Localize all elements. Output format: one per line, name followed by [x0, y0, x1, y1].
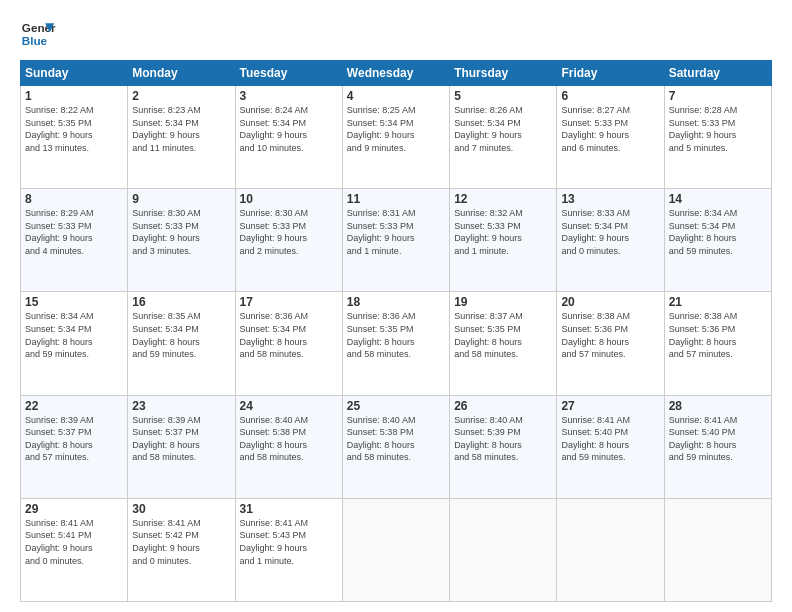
- day-number: 28: [669, 399, 767, 413]
- calendar-cell: 25Sunrise: 8:40 AM Sunset: 5:38 PM Dayli…: [342, 395, 449, 498]
- weekday-header-saturday: Saturday: [664, 61, 771, 86]
- calendar-cell: 29Sunrise: 8:41 AM Sunset: 5:41 PM Dayli…: [21, 498, 128, 601]
- calendar-cell: 18Sunrise: 8:36 AM Sunset: 5:35 PM Dayli…: [342, 292, 449, 395]
- day-info: Sunrise: 8:38 AM Sunset: 5:36 PM Dayligh…: [669, 310, 767, 360]
- day-info: Sunrise: 8:39 AM Sunset: 5:37 PM Dayligh…: [25, 414, 123, 464]
- day-number: 18: [347, 295, 445, 309]
- calendar-cell: 23Sunrise: 8:39 AM Sunset: 5:37 PM Dayli…: [128, 395, 235, 498]
- day-number: 21: [669, 295, 767, 309]
- day-info: Sunrise: 8:31 AM Sunset: 5:33 PM Dayligh…: [347, 207, 445, 257]
- svg-text:Blue: Blue: [22, 34, 48, 47]
- day-number: 9: [132, 192, 230, 206]
- day-number: 17: [240, 295, 338, 309]
- day-number: 10: [240, 192, 338, 206]
- calendar-cell: 1Sunrise: 8:22 AM Sunset: 5:35 PM Daylig…: [21, 86, 128, 189]
- calendar-week-1: 1Sunrise: 8:22 AM Sunset: 5:35 PM Daylig…: [21, 86, 772, 189]
- day-info: Sunrise: 8:34 AM Sunset: 5:34 PM Dayligh…: [25, 310, 123, 360]
- day-number: 30: [132, 502, 230, 516]
- logo-icon: General Blue: [20, 16, 56, 52]
- calendar-week-2: 8Sunrise: 8:29 AM Sunset: 5:33 PM Daylig…: [21, 189, 772, 292]
- day-info: Sunrise: 8:41 AM Sunset: 5:40 PM Dayligh…: [669, 414, 767, 464]
- weekday-header-sunday: Sunday: [21, 61, 128, 86]
- day-info: Sunrise: 8:40 AM Sunset: 5:38 PM Dayligh…: [240, 414, 338, 464]
- day-number: 16: [132, 295, 230, 309]
- day-info: Sunrise: 8:34 AM Sunset: 5:34 PM Dayligh…: [669, 207, 767, 257]
- logo: General Blue: [20, 16, 56, 52]
- day-info: Sunrise: 8:29 AM Sunset: 5:33 PM Dayligh…: [25, 207, 123, 257]
- calendar-week-5: 29Sunrise: 8:41 AM Sunset: 5:41 PM Dayli…: [21, 498, 772, 601]
- day-number: 8: [25, 192, 123, 206]
- calendar-week-3: 15Sunrise: 8:34 AM Sunset: 5:34 PM Dayli…: [21, 292, 772, 395]
- day-info: Sunrise: 8:36 AM Sunset: 5:35 PM Dayligh…: [347, 310, 445, 360]
- day-number: 29: [25, 502, 123, 516]
- day-number: 3: [240, 89, 338, 103]
- day-info: Sunrise: 8:25 AM Sunset: 5:34 PM Dayligh…: [347, 104, 445, 154]
- day-number: 27: [561, 399, 659, 413]
- calendar-cell: 2Sunrise: 8:23 AM Sunset: 5:34 PM Daylig…: [128, 86, 235, 189]
- day-number: 5: [454, 89, 552, 103]
- day-number: 23: [132, 399, 230, 413]
- day-number: 15: [25, 295, 123, 309]
- calendar-cell: 20Sunrise: 8:38 AM Sunset: 5:36 PM Dayli…: [557, 292, 664, 395]
- calendar-cell: 11Sunrise: 8:31 AM Sunset: 5:33 PM Dayli…: [342, 189, 449, 292]
- calendar-cell: 21Sunrise: 8:38 AM Sunset: 5:36 PM Dayli…: [664, 292, 771, 395]
- day-number: 31: [240, 502, 338, 516]
- day-info: Sunrise: 8:23 AM Sunset: 5:34 PM Dayligh…: [132, 104, 230, 154]
- day-info: Sunrise: 8:28 AM Sunset: 5:33 PM Dayligh…: [669, 104, 767, 154]
- day-info: Sunrise: 8:41 AM Sunset: 5:40 PM Dayligh…: [561, 414, 659, 464]
- calendar-cell: 7Sunrise: 8:28 AM Sunset: 5:33 PM Daylig…: [664, 86, 771, 189]
- calendar-body: 1Sunrise: 8:22 AM Sunset: 5:35 PM Daylig…: [21, 86, 772, 602]
- day-number: 24: [240, 399, 338, 413]
- day-info: Sunrise: 8:24 AM Sunset: 5:34 PM Dayligh…: [240, 104, 338, 154]
- calendar-cell: 17Sunrise: 8:36 AM Sunset: 5:34 PM Dayli…: [235, 292, 342, 395]
- day-number: 2: [132, 89, 230, 103]
- calendar-cell: 24Sunrise: 8:40 AM Sunset: 5:38 PM Dayli…: [235, 395, 342, 498]
- day-info: Sunrise: 8:35 AM Sunset: 5:34 PM Dayligh…: [132, 310, 230, 360]
- day-number: 1: [25, 89, 123, 103]
- day-info: Sunrise: 8:33 AM Sunset: 5:34 PM Dayligh…: [561, 207, 659, 257]
- day-info: Sunrise: 8:40 AM Sunset: 5:39 PM Dayligh…: [454, 414, 552, 464]
- calendar-cell: 3Sunrise: 8:24 AM Sunset: 5:34 PM Daylig…: [235, 86, 342, 189]
- day-info: Sunrise: 8:27 AM Sunset: 5:33 PM Dayligh…: [561, 104, 659, 154]
- calendar-cell: 12Sunrise: 8:32 AM Sunset: 5:33 PM Dayli…: [450, 189, 557, 292]
- day-number: 25: [347, 399, 445, 413]
- calendar-cell: [557, 498, 664, 601]
- day-number: 11: [347, 192, 445, 206]
- weekday-header-row: SundayMondayTuesdayWednesdayThursdayFrid…: [21, 61, 772, 86]
- day-info: Sunrise: 8:30 AM Sunset: 5:33 PM Dayligh…: [240, 207, 338, 257]
- day-number: 12: [454, 192, 552, 206]
- day-number: 20: [561, 295, 659, 309]
- day-number: 14: [669, 192, 767, 206]
- calendar-cell: 4Sunrise: 8:25 AM Sunset: 5:34 PM Daylig…: [342, 86, 449, 189]
- weekday-header-tuesday: Tuesday: [235, 61, 342, 86]
- day-info: Sunrise: 8:41 AM Sunset: 5:43 PM Dayligh…: [240, 517, 338, 567]
- day-info: Sunrise: 8:39 AM Sunset: 5:37 PM Dayligh…: [132, 414, 230, 464]
- header: General Blue: [20, 16, 772, 52]
- calendar-cell: 22Sunrise: 8:39 AM Sunset: 5:37 PM Dayli…: [21, 395, 128, 498]
- calendar-cell: 6Sunrise: 8:27 AM Sunset: 5:33 PM Daylig…: [557, 86, 664, 189]
- calendar-cell: 9Sunrise: 8:30 AM Sunset: 5:33 PM Daylig…: [128, 189, 235, 292]
- day-info: Sunrise: 8:41 AM Sunset: 5:41 PM Dayligh…: [25, 517, 123, 567]
- calendar-cell: 19Sunrise: 8:37 AM Sunset: 5:35 PM Dayli…: [450, 292, 557, 395]
- calendar-cell: [664, 498, 771, 601]
- day-info: Sunrise: 8:36 AM Sunset: 5:34 PM Dayligh…: [240, 310, 338, 360]
- calendar-week-4: 22Sunrise: 8:39 AM Sunset: 5:37 PM Dayli…: [21, 395, 772, 498]
- calendar-cell: [342, 498, 449, 601]
- day-info: Sunrise: 8:37 AM Sunset: 5:35 PM Dayligh…: [454, 310, 552, 360]
- day-info: Sunrise: 8:26 AM Sunset: 5:34 PM Dayligh…: [454, 104, 552, 154]
- calendar-cell: 16Sunrise: 8:35 AM Sunset: 5:34 PM Dayli…: [128, 292, 235, 395]
- day-number: 7: [669, 89, 767, 103]
- page: General Blue SundayMondayTuesdayWednesda…: [0, 0, 792, 612]
- calendar-cell: 14Sunrise: 8:34 AM Sunset: 5:34 PM Dayli…: [664, 189, 771, 292]
- day-number: 13: [561, 192, 659, 206]
- day-info: Sunrise: 8:22 AM Sunset: 5:35 PM Dayligh…: [25, 104, 123, 154]
- day-number: 26: [454, 399, 552, 413]
- day-info: Sunrise: 8:32 AM Sunset: 5:33 PM Dayligh…: [454, 207, 552, 257]
- calendar-cell: 5Sunrise: 8:26 AM Sunset: 5:34 PM Daylig…: [450, 86, 557, 189]
- calendar-cell: 26Sunrise: 8:40 AM Sunset: 5:39 PM Dayli…: [450, 395, 557, 498]
- weekday-header-thursday: Thursday: [450, 61, 557, 86]
- day-info: Sunrise: 8:40 AM Sunset: 5:38 PM Dayligh…: [347, 414, 445, 464]
- day-number: 19: [454, 295, 552, 309]
- day-number: 4: [347, 89, 445, 103]
- day-info: Sunrise: 8:41 AM Sunset: 5:42 PM Dayligh…: [132, 517, 230, 567]
